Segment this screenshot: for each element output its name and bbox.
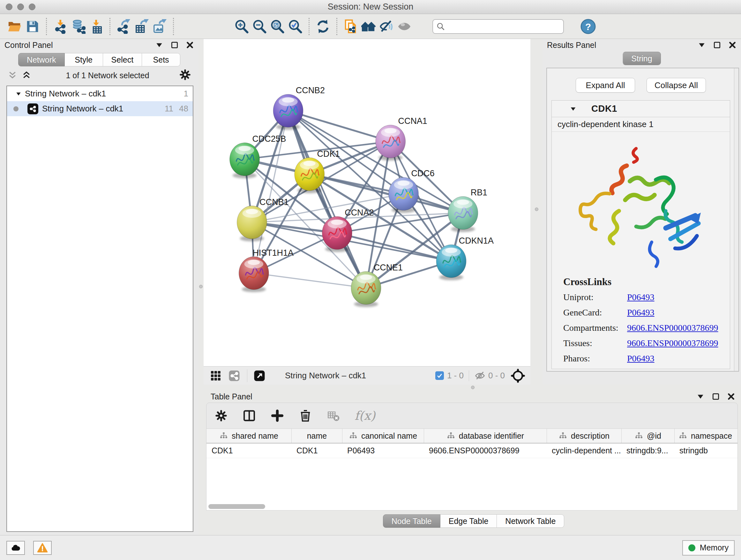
table-options-button[interactable]: [214, 409, 228, 423]
expand-all-icon[interactable]: [22, 71, 31, 80]
add-column-button[interactable]: [270, 409, 284, 423]
network-node-CCNA1[interactable]: CCNA1: [376, 116, 427, 161]
close-panel-icon[interactable]: [186, 41, 194, 49]
network-node-CCNB1[interactable]: CCNB1: [237, 197, 289, 241]
results-scrollbar[interactable]: [734, 68, 738, 371]
table-cell[interactable]: stringdb:9...: [621, 443, 674, 458]
zoom-fit-button[interactable]: [268, 17, 286, 36]
tab-string[interactable]: String: [623, 52, 661, 65]
grid-view-button[interactable]: [209, 369, 223, 383]
open-session-button[interactable]: [6, 17, 23, 36]
selected-checkbox[interactable]: [435, 371, 444, 380]
network-node-RB1[interactable]: RB1: [448, 187, 487, 232]
network-node-CDKN1A[interactable]: CDKN1A: [436, 236, 494, 280]
tab-network[interactable]: Network: [18, 53, 65, 66]
tab-network-table[interactable]: Network Table: [497, 514, 564, 528]
column-header-description[interactable]: description: [547, 429, 621, 443]
float-panel-icon[interactable]: [696, 392, 704, 401]
tab-select[interactable]: Select: [103, 53, 142, 66]
fit-selected-button[interactable]: [511, 368, 525, 383]
network-node-CDC6[interactable]: CDC6: [389, 168, 434, 213]
column-header-name[interactable]: name: [291, 429, 342, 443]
export-table-button[interactable]: [133, 17, 151, 36]
tab-edge-table[interactable]: Edge Table: [441, 514, 497, 528]
network-node-HIST1H1A[interactable]: HIST1H1A: [239, 247, 294, 292]
column-header-canonical-name[interactable]: canonical name: [342, 429, 424, 443]
splitter-handle[interactable]: [199, 285, 203, 288]
float-panel-icon[interactable]: [155, 41, 163, 49]
refresh-layout-button[interactable]: [314, 17, 332, 36]
close-panel-icon[interactable]: [727, 392, 735, 401]
import-network-database-button[interactable]: [69, 17, 87, 36]
table-cell[interactable]: CDK1: [206, 443, 291, 458]
function-builder-button[interactable]: f(x): [354, 409, 375, 423]
network-node-CDC25B[interactable]: CDC25B: [230, 134, 286, 179]
network-node-CCNB2[interactable]: CCNB2: [273, 85, 325, 130]
table-cell[interactable]: cyclin-dependent ...: [547, 443, 621, 458]
maximize-panel-icon[interactable]: [171, 41, 179, 49]
import-table-button[interactable]: [87, 17, 105, 36]
vertical-splitter[interactable]: [530, 39, 542, 385]
crosslink-link[interactable]: 9606.ENSP00000378699: [627, 323, 718, 333]
search-input[interactable]: [448, 22, 560, 31]
show-column-panel-button[interactable]: [242, 409, 256, 423]
network-node-CCNE1[interactable]: CCNE1: [351, 262, 403, 307]
expand-all-button[interactable]: Expand All: [576, 78, 635, 92]
network-node-CDK1[interactable]: CDK1: [294, 148, 340, 193]
zoom-in-button[interactable]: [232, 17, 251, 36]
table-cell[interactable]: 9606.ENSP00000378699: [424, 443, 547, 458]
zoom-selected-button[interactable]: [286, 17, 304, 36]
help-button[interactable]: ?: [581, 19, 596, 34]
column-header-id[interactable]: @id: [621, 429, 674, 443]
collapse-all-icon[interactable]: [8, 71, 17, 80]
tab-node-table[interactable]: Node Table: [383, 514, 441, 528]
collapse-triangle-icon[interactable]: [569, 105, 577, 112]
close-panel-icon[interactable]: [728, 41, 737, 49]
minimize-window-button[interactable]: [17, 3, 24, 10]
collapse-triangle-icon[interactable]: [15, 91, 22, 97]
network-collection-row[interactable]: String Network – cdk1 1: [7, 86, 193, 101]
export-image-button[interactable]: [151, 17, 169, 36]
zoom-out-button[interactable]: [251, 17, 268, 36]
column-header-database-identifier[interactable]: database identifier: [424, 429, 547, 443]
table-cell[interactable]: stringdb: [674, 443, 736, 458]
duplicate-network-button[interactable]: [342, 17, 360, 36]
vertical-splitter[interactable]: [199, 39, 204, 535]
tab-sets[interactable]: Sets: [142, 53, 180, 66]
network-graph[interactable]: CCNB2CCNA1CDC25BCDK1CDC6RB1CCNB1CCNA2CDK…: [204, 39, 530, 366]
zoom-window-button[interactable]: [29, 3, 36, 10]
cloud-status-button[interactable]: [6, 541, 25, 555]
network-mode-button[interactable]: [227, 369, 241, 383]
crosslink-link[interactable]: P06493: [627, 307, 655, 318]
table-cell[interactable]: CDK1: [291, 443, 342, 458]
float-panel-icon[interactable]: [697, 41, 706, 49]
import-network-file-button[interactable]: [51, 17, 69, 36]
save-session-button[interactable]: [23, 17, 42, 36]
memory-button[interactable]: Memory: [682, 540, 735, 556]
network-list-item[interactable]: String Network – cdk1 11 48: [7, 101, 193, 116]
home-view-button[interactable]: [360, 17, 378, 36]
crosslink-link[interactable]: 9606.ENSP00000378699: [627, 338, 718, 348]
column-header-namespace[interactable]: namespace: [674, 429, 736, 443]
crosslink-link[interactable]: P06493: [627, 292, 655, 302]
maximize-panel-icon[interactable]: [713, 41, 721, 49]
column-header-shared-name[interactable]: shared name: [206, 429, 291, 443]
gene-header[interactable]: CDK1: [552, 101, 730, 117]
birdseye-view-button[interactable]: [253, 369, 266, 383]
splitter-handle[interactable]: [535, 207, 538, 211]
horizontal-splitter[interactable]: [204, 385, 741, 390]
splitter-handle[interactable]: [471, 386, 475, 389]
table-cell[interactable]: P06493: [342, 443, 424, 458]
export-network-button[interactable]: [115, 17, 133, 36]
warnings-button[interactable]: [33, 541, 52, 555]
network-options-button[interactable]: [179, 69, 191, 82]
table-horizontal-scrollbar[interactable]: [208, 504, 265, 509]
show-all-button[interactable]: [395, 17, 413, 36]
network-canvas[interactable]: CCNB2CCNA1CDC25BCDK1CDC6RB1CCNB1CCNA2CDK…: [204, 39, 530, 366]
hide-selected-button[interactable]: [378, 17, 395, 36]
table-row[interactable]: CDK1CDK1P064939606.ENSP00000378699cyclin…: [206, 443, 738, 458]
close-window-button[interactable]: [6, 3, 12, 10]
crosslink-link[interactable]: P06493: [627, 354, 655, 364]
maximize-panel-icon[interactable]: [712, 392, 720, 401]
collapse-all-button[interactable]: Collapse All: [647, 78, 706, 92]
